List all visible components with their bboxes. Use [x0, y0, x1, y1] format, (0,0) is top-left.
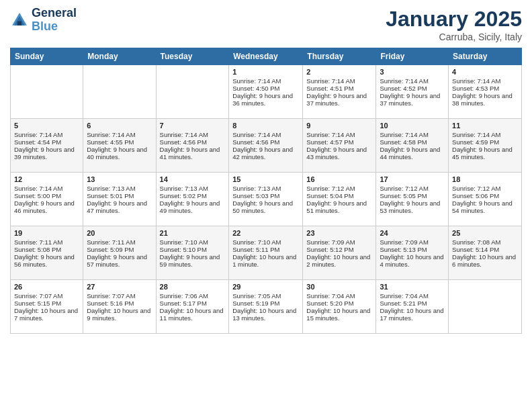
calendar-cell: 3Sunrise: 7:14 AMSunset: 4:52 PMDaylight… — [376, 65, 449, 119]
day-info: Daylight: 10 hours and 7 minutes. — [14, 307, 79, 322]
day-number: 3 — [380, 68, 445, 76]
month-title: January 2025 — [386, 7, 522, 32]
day-info: Sunset: 5:11 PM — [232, 246, 299, 253]
day-info: Daylight: 10 hours and 1 minute. — [232, 253, 299, 268]
weekday-header: Sunday — [11, 48, 83, 65]
calendar-cell: 21Sunrise: 7:10 AMSunset: 5:10 PMDayligh… — [156, 226, 229, 280]
calendar-cell: 6Sunrise: 7:14 AMSunset: 4:55 PMDaylight… — [83, 119, 156, 173]
day-number: 24 — [380, 229, 445, 237]
day-info: Daylight: 10 hours and 17 minutes. — [380, 307, 445, 322]
day-info: Sunrise: 7:14 AM — [452, 131, 518, 138]
day-number: 21 — [160, 229, 226, 237]
day-info: Sunrise: 7:04 AM — [306, 292, 372, 300]
day-number: 2 — [306, 68, 372, 76]
day-info: Sunset: 4:53 PM — [452, 85, 518, 92]
day-number: 5 — [14, 122, 79, 130]
day-info: Sunset: 5:01 PM — [87, 192, 152, 199]
calendar-header-row: SundayMondayTuesdayWednesdayThursdayFrid… — [11, 48, 522, 65]
day-info: Daylight: 9 hours and 46 minutes. — [14, 199, 79, 214]
day-info: Daylight: 10 hours and 11 minutes. — [160, 307, 226, 322]
calendar-cell — [11, 65, 83, 119]
svg-rect-2 — [17, 21, 21, 25]
day-info: Sunset: 5:04 PM — [306, 192, 372, 199]
calendar-cell: 14Sunrise: 7:13 AMSunset: 5:02 PMDayligh… — [156, 173, 229, 226]
day-info: Sunrise: 7:13 AM — [160, 185, 226, 192]
day-info: Sunrise: 7:05 AM — [232, 292, 299, 300]
calendar-cell: 26Sunrise: 7:07 AMSunset: 5:15 PMDayligh… — [11, 280, 83, 334]
day-number: 7 — [160, 122, 226, 130]
day-info: Sunset: 5:10 PM — [160, 246, 226, 253]
day-info: Daylight: 9 hours and 51 minutes. — [306, 199, 372, 214]
day-info: Daylight: 9 hours and 54 minutes. — [452, 199, 518, 214]
day-info: Sunset: 4:52 PM — [380, 85, 445, 92]
day-info: Sunrise: 7:04 AM — [380, 292, 445, 300]
day-info: Sunrise: 7:13 AM — [232, 185, 299, 192]
day-info: Sunset: 4:50 PM — [232, 85, 299, 92]
day-info: Sunrise: 7:13 AM — [87, 185, 152, 192]
calendar-cell: 2Sunrise: 7:14 AMSunset: 4:51 PMDaylight… — [303, 65, 376, 119]
day-info: Sunset: 5:12 PM — [306, 246, 372, 253]
day-info: Daylight: 9 hours and 41 minutes. — [160, 146, 226, 161]
calendar-cell: 15Sunrise: 7:13 AMSunset: 5:03 PMDayligh… — [229, 173, 303, 226]
calendar-cell: 5Sunrise: 7:14 AMSunset: 4:54 PMDaylight… — [11, 119, 83, 173]
logo-line1: General — [32, 7, 77, 20]
day-info: Sunrise: 7:08 AM — [452, 238, 518, 246]
day-info: Sunrise: 7:09 AM — [306, 238, 372, 246]
location: Carruba, Sicily, Italy — [386, 32, 522, 42]
logo-line2: Blue — [32, 19, 58, 33]
day-number: 22 — [232, 229, 299, 237]
calendar-week-row: 5Sunrise: 7:14 AMSunset: 4:54 PMDaylight… — [11, 119, 522, 173]
day-info: Daylight: 10 hours and 15 minutes. — [306, 307, 372, 322]
day-info: Sunset: 5:14 PM — [452, 246, 518, 253]
day-number: 23 — [306, 229, 372, 237]
day-number: 8 — [232, 122, 299, 130]
day-info: Sunset: 5:20 PM — [306, 300, 372, 307]
weekday-header: Wednesday — [229, 48, 303, 65]
day-info: Daylight: 9 hours and 36 minutes. — [232, 92, 299, 107]
day-info: Sunset: 5:02 PM — [160, 192, 226, 199]
day-number: 29 — [232, 283, 299, 291]
day-number: 13 — [87, 175, 152, 183]
day-number: 4 — [452, 68, 518, 76]
day-info: Sunrise: 7:06 AM — [160, 292, 226, 300]
calendar-cell: 7Sunrise: 7:14 AMSunset: 4:56 PMDaylight… — [156, 119, 229, 173]
day-info: Daylight: 9 hours and 37 minutes. — [306, 92, 372, 107]
day-info: Daylight: 10 hours and 4 minutes. — [380, 253, 445, 268]
calendar-cell: 18Sunrise: 7:12 AMSunset: 5:06 PMDayligh… — [449, 173, 522, 226]
page: General Blue January 2025 Carruba, Sicil… — [0, 0, 532, 411]
day-info: Sunset: 4:54 PM — [14, 138, 79, 146]
day-info: Sunset: 4:58 PM — [380, 138, 445, 146]
day-info: Sunrise: 7:14 AM — [452, 77, 518, 85]
weekday-header: Friday — [376, 48, 449, 65]
day-info: Sunset: 5:15 PM — [14, 300, 79, 307]
day-info: Sunrise: 7:07 AM — [87, 292, 152, 300]
day-number: 31 — [380, 283, 445, 291]
day-info: Sunrise: 7:12 AM — [306, 185, 372, 192]
calendar-cell: 11Sunrise: 7:14 AMSunset: 4:59 PMDayligh… — [449, 119, 522, 173]
day-info: Daylight: 9 hours and 49 minutes. — [160, 199, 226, 214]
day-number: 15 — [232, 175, 299, 183]
day-info: Sunrise: 7:14 AM — [380, 131, 445, 138]
day-info: Daylight: 10 hours and 13 minutes. — [232, 307, 299, 322]
weekday-header: Tuesday — [156, 48, 229, 65]
day-info: Sunrise: 7:11 AM — [14, 238, 79, 246]
day-info: Sunrise: 7:12 AM — [380, 185, 445, 192]
calendar-week-row: 19Sunrise: 7:11 AMSunset: 5:08 PMDayligh… — [11, 226, 522, 280]
day-info: Sunrise: 7:14 AM — [14, 185, 79, 192]
day-info: Sunset: 5:08 PM — [14, 246, 79, 253]
day-info: Sunrise: 7:10 AM — [232, 238, 299, 246]
weekday-header: Monday — [83, 48, 156, 65]
day-info: Daylight: 9 hours and 50 minutes. — [232, 199, 299, 214]
day-info: Daylight: 9 hours and 53 minutes. — [380, 199, 445, 214]
day-info: Sunset: 5:17 PM — [160, 300, 226, 307]
day-number: 12 — [14, 175, 79, 183]
calendar-cell — [156, 65, 229, 119]
day-info: Sunset: 4:59 PM — [452, 138, 518, 146]
day-number: 18 — [452, 175, 518, 183]
day-info: Sunset: 5:13 PM — [380, 246, 445, 253]
day-info: Sunrise: 7:14 AM — [306, 77, 372, 85]
day-number: 10 — [380, 122, 445, 130]
day-number: 26 — [14, 283, 79, 291]
day-info: Daylight: 9 hours and 40 minutes. — [87, 146, 152, 161]
day-number: 11 — [452, 122, 518, 130]
